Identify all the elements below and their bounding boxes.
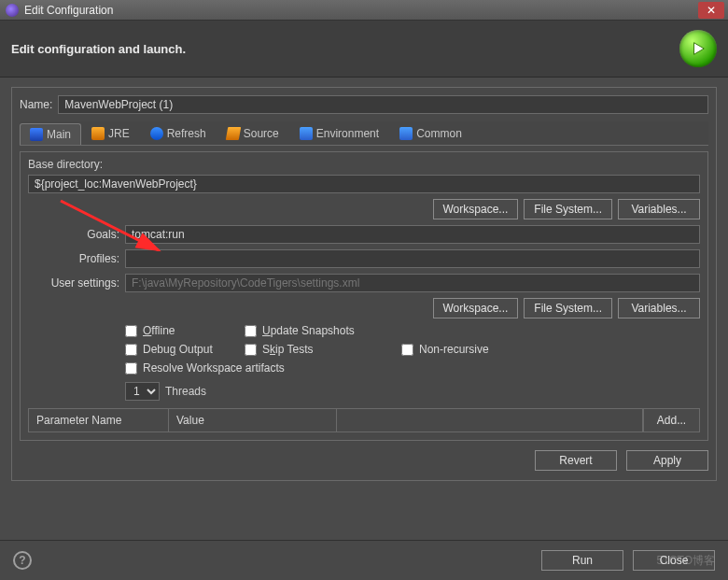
file-system-button[interactable]: File System... <box>524 199 612 219</box>
revert-button[interactable]: Revert <box>535 450 617 471</box>
main-group: Base directory: Workspace... File System… <box>20 151 708 441</box>
base-dir-input[interactable] <box>28 175 700 193</box>
tab-refresh[interactable]: Refresh <box>140 122 217 144</box>
tab-source[interactable]: Source <box>217 122 289 144</box>
name-input[interactable] <box>58 95 708 114</box>
profiles-input[interactable] <box>125 249 700 268</box>
threads-label: Threads <box>165 385 206 398</box>
variables-button[interactable]: Variables... <box>618 199 700 219</box>
user-settings-row: User settings: <box>28 274 700 292</box>
user-settings-buttons: Workspace... File System... Variables... <box>28 298 700 318</box>
close-button[interactable]: Close <box>633 550 715 571</box>
header-title: Edit configuration and launch. <box>11 42 186 56</box>
goals-row: Goals: <box>28 225 700 244</box>
base-dir-label: Base directory: <box>28 158 700 171</box>
user-settings-label: User settings: <box>28 276 119 290</box>
name-label: Name: <box>20 98 52 111</box>
eclipse-icon <box>6 4 19 17</box>
resolve-workspace-checkbox[interactable]: Resolve Workspace artifacts <box>125 361 532 375</box>
table-col-value[interactable]: Value <box>169 409 337 431</box>
offline-checkbox[interactable]: Offline <box>125 324 237 337</box>
panel-footer: Revert Apply <box>20 450 708 471</box>
common-icon <box>399 127 413 140</box>
skip-tests-checkbox[interactable]: Skip Tests <box>245 343 394 356</box>
tab-common[interactable]: Common <box>389 122 472 144</box>
header-panel: Edit configuration and launch. <box>0 21 728 78</box>
run-button[interactable]: Run <box>541 550 623 571</box>
goals-label: Goals: <box>28 228 119 241</box>
base-dir-buttons: Workspace... File System... Variables... <box>28 199 700 219</box>
main-icon <box>30 128 43 141</box>
jre-icon <box>91 127 105 140</box>
refresh-icon <box>150 127 163 140</box>
threads-row: 1 Threads <box>125 382 700 401</box>
threads-select[interactable]: 1 <box>125 382 160 401</box>
file-system-button-2[interactable]: File System... <box>524 298 612 318</box>
name-row: Name: <box>20 95 708 114</box>
workspace-button-2[interactable]: Workspace... <box>433 298 519 318</box>
content-area: Name: Main JRE Refresh Source Environmen… <box>0 78 728 481</box>
environment-icon <box>300 127 313 140</box>
config-panel: Name: Main JRE Refresh Source Environmen… <box>11 87 717 481</box>
variables-button-2[interactable]: Variables... <box>618 298 700 318</box>
add-button[interactable]: Add... <box>643 409 699 431</box>
tab-bar: Main JRE Refresh Source Environment Comm… <box>20 121 708 146</box>
user-settings-input[interactable] <box>125 274 700 292</box>
debug-output-checkbox[interactable]: Debug Output <box>125 343 237 356</box>
svg-marker-0 <box>694 43 705 55</box>
profiles-label: Profiles: <box>28 252 119 265</box>
apply-button[interactable]: Apply <box>626 450 708 471</box>
table-col-blank <box>337 409 642 431</box>
tab-jre[interactable]: JRE <box>81 122 140 144</box>
window-title: Edit Configuration <box>24 4 113 17</box>
update-snapshots-checkbox[interactable]: Update Snapshots <box>245 324 394 337</box>
tab-main[interactable]: Main <box>20 123 81 145</box>
help-icon[interactable]: ? <box>13 551 32 570</box>
table-col-name[interactable]: Parameter Name <box>29 409 169 431</box>
run-icon <box>679 30 717 67</box>
non-recursive-checkbox[interactable]: Non-recursive <box>401 343 532 356</box>
parameter-table: Parameter Name Value Add... <box>28 408 700 432</box>
tab-environment[interactable]: Environment <box>289 122 389 144</box>
source-icon <box>225 127 240 140</box>
goals-input[interactable] <box>125 225 700 244</box>
options-grid: Offline Update Snapshots Debug Output Sk… <box>125 324 700 375</box>
close-icon[interactable]: ✕ <box>698 2 724 19</box>
dialog-footer: ? Run Close <box>0 540 728 580</box>
profiles-row: Profiles: <box>28 249 700 268</box>
workspace-button[interactable]: Workspace... <box>433 199 519 219</box>
titlebar: Edit Configuration ✕ <box>0 0 728 21</box>
